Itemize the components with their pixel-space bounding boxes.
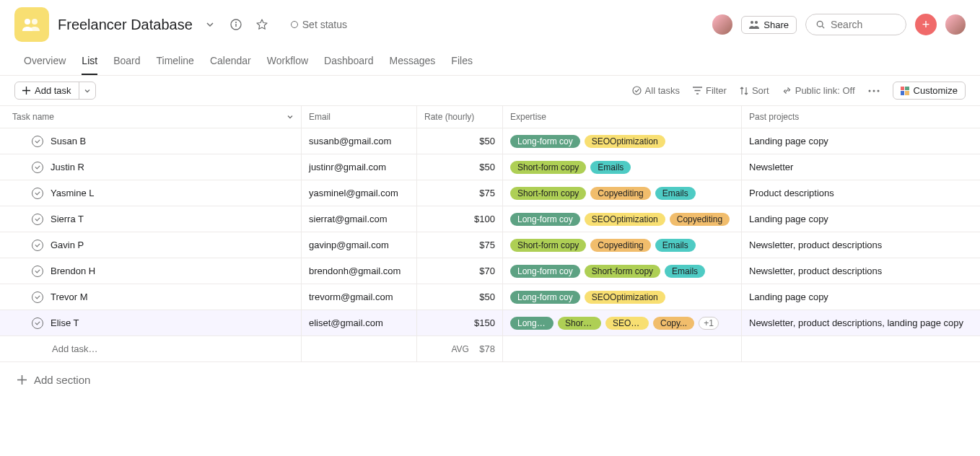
star-icon[interactable] xyxy=(253,16,271,33)
past-projects-cell[interactable]: Newsletter, product descriptions, landin… xyxy=(742,310,980,336)
task-name: Brendon H xyxy=(51,266,95,276)
add-section-button[interactable]: Add section xyxy=(0,362,980,398)
task-name: Yasmine L xyxy=(51,188,94,198)
svg-point-7 xyxy=(817,21,823,27)
table-row[interactable]: Brendon Hbrendonh@gmail.com$70Long-form … xyxy=(0,258,980,284)
tag-emails: Emails xyxy=(665,265,705,278)
expertise-cell[interactable]: Short-form copyCopyeditingEmails xyxy=(503,180,742,206)
chevron-down-icon xyxy=(286,113,294,120)
past-projects-cell[interactable]: Landing page copy xyxy=(742,284,980,310)
expertise-cell[interactable]: Long-form coySEOOptimization xyxy=(503,284,742,310)
email-cell[interactable]: yasminel@gmail.com xyxy=(302,180,417,206)
tag-emails: Emails xyxy=(655,187,696,200)
public-link-button[interactable]: Public link: Off xyxy=(782,85,855,96)
past-projects-cell[interactable]: Product descriptions xyxy=(742,180,980,206)
share-label: Share xyxy=(764,19,789,30)
table-row[interactable]: Elise Teliset@gmail.com$150Long-...Short… xyxy=(0,310,980,336)
complete-toggle[interactable] xyxy=(32,136,43,147)
complete-toggle[interactable] xyxy=(32,188,43,199)
tab-calendar[interactable]: Calendar xyxy=(210,49,251,75)
expertise-cell[interactable]: Long-form coySEOOptimizationCopyediting xyxy=(503,206,742,232)
table-row[interactable]: Susan Bsusanb@gmail.com$50Long-form coyS… xyxy=(0,128,980,154)
expertise-cell[interactable]: Short-form copyEmails xyxy=(503,154,742,180)
avatar[interactable] xyxy=(945,14,966,35)
tag-short-form: Short-f... xyxy=(558,317,601,330)
table-row[interactable]: Trevor Mtrevorm@gmail.com$50Long-form co… xyxy=(0,284,980,310)
add-task-inline[interactable]: Add task… AVG $78 xyxy=(0,336,980,362)
column-header-past[interactable]: Past projects xyxy=(742,106,980,128)
email-cell[interactable]: trevorm@gmail.com xyxy=(302,284,417,310)
past-projects-cell[interactable]: Newsletter xyxy=(742,154,980,180)
rate-cell[interactable]: $150 xyxy=(417,310,503,336)
tab-messages[interactable]: Messages xyxy=(390,49,436,75)
rate-cell[interactable]: $75 xyxy=(417,180,503,206)
email-cell[interactable]: sierrat@gmail.com xyxy=(302,206,417,232)
tag-copyediting: Copyediting xyxy=(590,187,650,200)
tab-list[interactable]: List xyxy=(82,49,97,75)
past-projects-cell[interactable]: Landing page copy xyxy=(742,128,980,154)
global-add-button[interactable]: + xyxy=(915,14,937,35)
add-task-button[interactable]: Add task xyxy=(14,82,96,100)
complete-toggle[interactable] xyxy=(32,291,43,303)
past-projects-cell[interactable]: Landing page copy xyxy=(742,206,980,232)
set-status-button[interactable]: Set status xyxy=(291,19,347,30)
all-tasks-filter[interactable]: All tasks xyxy=(632,85,680,96)
email-cell[interactable]: justinr@gmail.com xyxy=(302,154,417,180)
customize-button[interactable]: Customize xyxy=(893,82,966,100)
table-row[interactable]: Yasmine Lyasminel@gmail.com$75Short-form… xyxy=(0,180,980,206)
past-projects-cell[interactable]: Newsletter, product descriptions xyxy=(742,232,980,258)
email-cell[interactable]: gavinp@gmail.com xyxy=(302,232,417,258)
plus-icon xyxy=(17,375,27,385)
tab-dashboard[interactable]: Dashboard xyxy=(324,49,374,75)
past-projects-cell[interactable]: Newsletter, product descriptions xyxy=(742,258,980,284)
expertise-cell[interactable]: Long-...Short-f...SEOOp...Copy...+1 xyxy=(503,310,742,336)
search-icon xyxy=(816,19,825,30)
table-row[interactable]: Gavin Pgavinp@gmail.com$75Short-form cop… xyxy=(0,232,980,258)
rate-cell[interactable]: $50 xyxy=(417,128,503,154)
task-name: Trevor M xyxy=(51,291,88,302)
sort-button[interactable]: Sort xyxy=(740,85,769,96)
search-box[interactable] xyxy=(805,14,906,35)
column-header-name[interactable]: Task name xyxy=(0,106,302,128)
rate-cell[interactable]: $75 xyxy=(417,232,503,258)
rate-cell[interactable]: $70 xyxy=(417,258,503,284)
rate-cell[interactable]: $50 xyxy=(417,154,503,180)
email-cell[interactable]: susanb@gmail.com xyxy=(302,128,417,154)
expertise-cell[interactable]: Long-form coySEOOptimization xyxy=(503,128,742,154)
complete-toggle[interactable] xyxy=(32,162,43,173)
tab-workflow[interactable]: Workflow xyxy=(267,49,308,75)
expertise-cell[interactable]: Long-form coyShort-form copyEmails xyxy=(503,258,742,284)
filter-button[interactable]: Filter xyxy=(693,85,727,96)
rate-cell[interactable]: $100 xyxy=(417,206,503,232)
complete-toggle[interactable] xyxy=(32,317,43,329)
table-row[interactable]: Justin Rjustinr@gmail.com$50Short-form c… xyxy=(0,154,980,180)
email-cell[interactable]: brendonh@gmail.com xyxy=(302,258,417,284)
share-button[interactable]: Share xyxy=(741,16,797,34)
complete-toggle[interactable] xyxy=(32,240,43,251)
complete-toggle[interactable] xyxy=(32,266,43,277)
column-header-expertise[interactable]: Expertise xyxy=(503,106,742,128)
tab-timeline[interactable]: Timeline xyxy=(157,49,194,75)
column-header-email[interactable]: Email xyxy=(302,106,417,128)
info-icon[interactable] xyxy=(227,16,245,33)
search-input[interactable] xyxy=(831,19,896,30)
link-icon xyxy=(782,86,792,95)
set-status-label: Set status xyxy=(302,19,347,30)
complete-toggle[interactable] xyxy=(32,214,43,225)
rate-cell[interactable]: $50 xyxy=(417,284,503,310)
add-task-dropdown[interactable] xyxy=(79,84,95,97)
email-cell[interactable]: eliset@gmail.com xyxy=(302,310,417,336)
table-row[interactable]: Sierra Tsierrat@gmail.com$100Long-form c… xyxy=(0,206,980,232)
tab-overview[interactable]: Overview xyxy=(24,49,66,75)
tab-board[interactable]: Board xyxy=(113,49,140,75)
tag-overflow[interactable]: +1 xyxy=(699,317,719,330)
avatar[interactable] xyxy=(712,14,732,35)
chevron-down-icon[interactable] xyxy=(201,16,219,33)
tab-files[interactable]: Files xyxy=(451,49,473,75)
customize-icon xyxy=(901,87,909,95)
task-name: Justin R xyxy=(51,162,84,172)
column-header-rate[interactable]: Rate (hourly) xyxy=(417,106,503,128)
tag-copyediting: Copyediting xyxy=(590,239,650,252)
more-options[interactable] xyxy=(868,89,880,92)
expertise-cell[interactable]: Short-form copyCopyeditingEmails xyxy=(503,232,742,258)
